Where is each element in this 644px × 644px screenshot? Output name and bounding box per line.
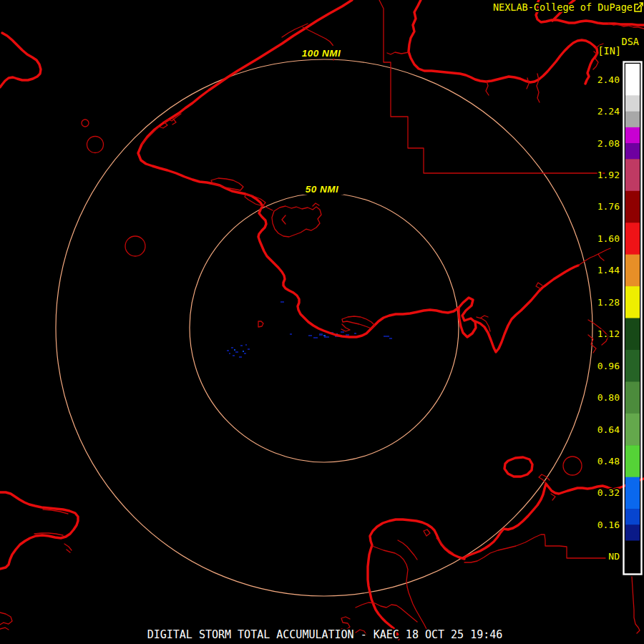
colorbar-label: 0.80 <box>597 392 620 403</box>
colorbar-segment <box>625 255 640 287</box>
colorbar-label: 1.92 <box>597 170 620 180</box>
radar-canvas: 100 NMI 50 NMI 2.402.242.081.921.761.601… <box>0 0 644 644</box>
colorbar-label: 1.44 <box>597 265 620 275</box>
radar-display: 100 NMI 50 NMI 2.402.242.081.921.761.601… <box>0 0 644 644</box>
colorbar-label: 0.64 <box>597 424 620 435</box>
precip-echoes <box>227 301 392 358</box>
colorbar-label: 2.24 <box>597 106 620 117</box>
coastal-detail-center <box>258 283 542 331</box>
colorbar-segment <box>625 223 640 255</box>
colorbar-segment <box>625 143 640 160</box>
coastal-detail-lines <box>142 24 409 237</box>
colorbar-segment <box>625 95 640 112</box>
colorbar-label: 0.32 <box>597 487 620 498</box>
colorbar-label: ND <box>608 551 620 562</box>
lake-mid-left <box>125 236 145 256</box>
colorbar-label: 1.76 <box>597 201 620 212</box>
colorbar-segment <box>625 414 640 446</box>
colorbar-segment <box>625 127 640 144</box>
colorbar-segment <box>625 381 640 414</box>
colorbar-segment <box>625 509 640 525</box>
colorbar-label: 1.28 <box>597 297 620 308</box>
lake-small-upper-left <box>82 119 89 127</box>
colorbar-segment <box>625 445 640 477</box>
range-ring-labels: 100 NMI 50 NMI <box>297 46 346 195</box>
colorbar-label: 0.48 <box>597 456 620 467</box>
island-southeast <box>504 457 532 477</box>
colorbar-label: 1.60 <box>597 233 620 244</box>
coastline-upper-left <box>0 33 41 87</box>
colorbar-label: 0.96 <box>597 361 620 371</box>
product-title: DIGITAL STORM TOTAL ACCUMULATION - KAEC … <box>147 628 503 641</box>
range-ring-label-50nmi: 50 NMI <box>306 184 339 195</box>
external-link-icon <box>635 3 643 11</box>
lake-southeast <box>563 457 582 475</box>
range-ring-50nmi <box>190 193 459 462</box>
map-outlines <box>0 0 644 639</box>
product-units-label: [IN] <box>597 45 621 57</box>
colorbar-segment <box>625 191 640 223</box>
colorbar-label: 2.40 <box>597 74 620 85</box>
colorbar-segment <box>625 350 640 382</box>
lake-upper-left <box>87 137 104 153</box>
brand-label: NEXLAB-College of DuPage <box>493 1 633 13</box>
coastline-east-inlet <box>475 265 578 352</box>
colorbar-segment <box>625 64 640 96</box>
coastal-detail-east <box>486 24 644 500</box>
colorbar-segment <box>625 286 640 318</box>
product-code-label: DSA <box>622 36 639 47</box>
colorbar-label: 2.08 <box>597 138 620 149</box>
colorbar-label: 1.12 <box>597 328 620 339</box>
coastline-lower-left <box>0 492 78 569</box>
colorbar-segment <box>625 525 640 541</box>
range-ring-100nmi <box>56 59 592 596</box>
coastal-detail-south <box>0 509 453 635</box>
coastline-knot <box>459 298 476 337</box>
colorbar-segment <box>625 541 640 573</box>
colorbar-segment <box>625 159 640 191</box>
colorbar-segment <box>625 318 640 351</box>
colorbar: 2.402.242.081.921.761.601.441.281.120.96… <box>597 64 640 573</box>
range-ring-label-100nmi: 100 NMI <box>302 48 341 59</box>
county-boundary-southeast <box>464 535 640 633</box>
colorbar-label: 0.16 <box>597 519 620 530</box>
colorbar-segment <box>625 112 640 128</box>
range-rings <box>56 59 592 596</box>
colorbar-segment <box>625 477 640 509</box>
